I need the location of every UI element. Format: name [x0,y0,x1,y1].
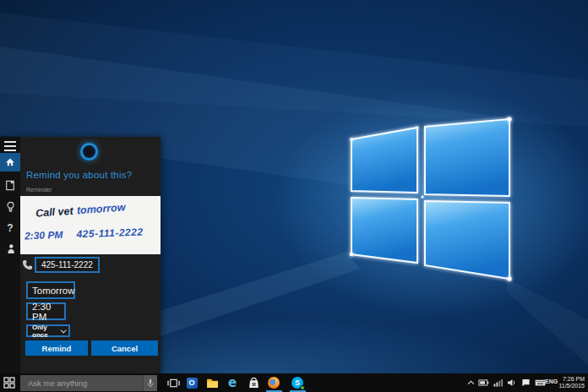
recurrence-value: Only once [32,324,61,339]
cancel-button[interactable]: Cancel [91,340,158,356]
microphone-icon [147,378,154,389]
phone-icon [22,259,33,270]
skype-glyph: S [295,378,300,387]
time-field-value: 2:30 PM [32,302,64,322]
cortana-search-box[interactable]: Ask me anything [20,375,157,391]
tray-expand-button[interactable] [466,378,476,388]
task-view-icon [167,378,180,389]
tray-action-center[interactable] [520,378,531,388]
home-icon [5,157,15,167]
clock-date: 11/5/2015 [556,383,585,389]
cortana-nav-help[interactable]: ? [0,219,20,237]
ink-text-call-vet: Call vet [35,205,74,220]
cortana-nav-rail: ? [0,137,20,373]
windows-desktop: ? Remind you about this? Reminder Call v… [0,0,588,392]
task-view-button[interactable] [166,376,180,389]
reminder-date-field[interactable]: Tomorrow [26,281,75,299]
taskbar-app-store[interactable] [247,376,260,389]
date-field-value: Tomorrow [32,286,74,296]
clock-time: 7:26 PM [556,376,585,383]
cortana-panel: ? Remind you about this? Reminder Call v… [0,137,161,373]
recurrence-dropdown[interactable]: Only once [26,324,70,337]
handwritten-note-card: Call vet tomorrow 2:30 PM 425-111-2222 [20,196,161,254]
speaker-icon [507,378,516,387]
reminder-type-label: Reminder [26,187,52,193]
network-signal-icon [493,378,504,387]
notebook-icon [5,180,15,191]
cortana-nav-notebook[interactable] [0,176,20,194]
cortana-nav-feedback[interactable] [0,239,20,258]
chevron-down-icon [61,327,67,333]
feedback-person-icon [5,243,15,254]
taskbar: Ask me anything O [0,373,588,392]
taskbar-clock[interactable]: 7:26 PM 11/5/2015 [556,376,585,389]
ink-note-line1: Call vet tomorrow [35,200,126,219]
chevron-up-icon [467,380,475,385]
question-mark-icon: ? [7,222,13,234]
action-center-icon [521,378,531,387]
edge-icon: e [228,375,237,390]
ink-text-phone: 425-111-2222 [76,226,143,241]
outlook-glyph: O [188,378,194,387]
ink-text-tomorrow: tomorrow [76,201,125,216]
remind-button[interactable]: Remind [25,340,88,356]
cortana-logo-icon [80,143,98,161]
cortana-content: Remind you about this? Reminder Call vet… [20,137,161,373]
taskbar-app-skype[interactable]: S [291,376,304,389]
tray-volume[interactable] [506,378,517,388]
hamburger-menu-icon[interactable] [4,141,16,151]
skype-icon: S [291,377,303,389]
windows-logo-icon [3,377,15,389]
cortana-nav-home[interactable] [0,153,20,172]
reminder-phone-field[interactable]: 425-111-2222 [35,257,100,273]
reminder-time-field[interactable]: 2:30 PM [26,302,66,320]
microphone-button[interactable] [143,375,157,391]
taskbar-app-firefox[interactable] [267,376,280,389]
ink-note-line2: 2:30 PM 425-111-2222 [24,226,144,242]
lightbulb-icon [6,201,15,213]
store-icon [248,377,259,389]
firefox-icon [268,377,280,389]
file-explorer-icon [206,378,219,388]
taskbar-app-edge[interactable]: e [226,376,239,389]
cortana-nav-reminders[interactable] [0,198,20,216]
tray-network[interactable] [493,378,504,388]
outlook-icon: O [187,378,198,389]
ink-text-time: 2:30 PM [24,229,63,242]
cortana-greeting: Remind you about this? [26,170,132,180]
start-button[interactable] [3,377,15,389]
battery-icon [478,379,489,386]
search-placeholder: Ask me anything [28,378,87,388]
phone-field-value: 425-111-2222 [41,260,93,270]
taskbar-app-outlook[interactable]: O [185,376,199,389]
tray-battery[interactable] [478,378,489,388]
taskbar-app-file-explorer[interactable] [205,376,219,389]
